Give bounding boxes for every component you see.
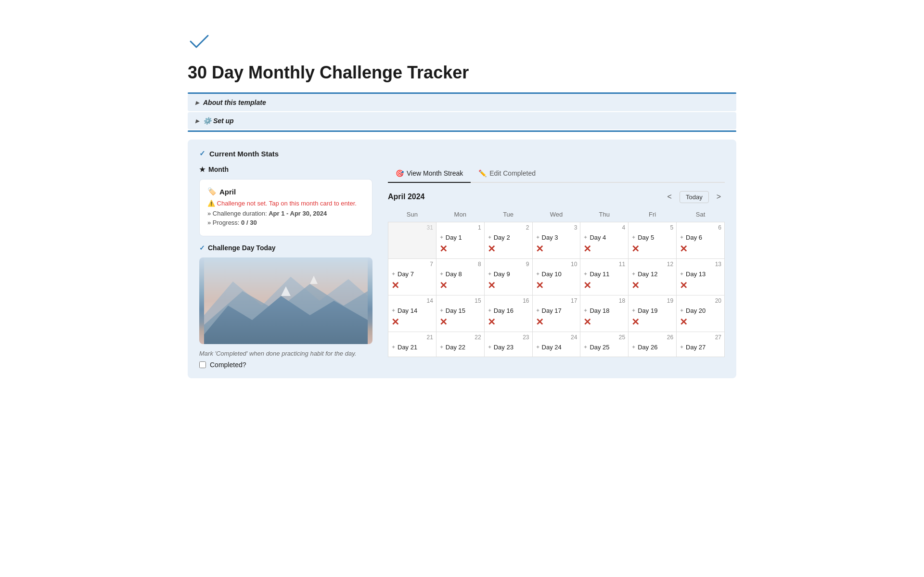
weekday-thu: Thu	[580, 209, 629, 222]
not-completed-icon: ✕	[583, 280, 625, 291]
day-label-text: Day 11	[590, 270, 609, 278]
calendar-cell[interactable]: 26✦Day 26	[629, 332, 677, 357]
not-completed-icon: ✕	[488, 280, 529, 291]
day-label-text: Day 4	[590, 234, 606, 241]
day-label-text: Day 24	[542, 344, 562, 351]
calendar-cell[interactable]: 17✦Day 17✕	[532, 295, 580, 332]
day-label-text: Day 7	[398, 270, 414, 278]
toggle-arrow-setup: ▶	[195, 118, 199, 124]
calendar-cell[interactable]: 4✦Day 4✕	[580, 222, 629, 259]
calendar-grid: Sun Mon Tue Wed Thu Fri Sat 311✦Day 1✕2✦…	[388, 209, 725, 357]
not-completed-icon: ✕	[439, 316, 481, 328]
calendar-cell[interactable]: 16✦Day 16✕	[484, 295, 532, 332]
weekday-tue: Tue	[484, 209, 532, 222]
day-label-text: Day 23	[494, 344, 513, 351]
not-completed-icon: ✕	[488, 316, 529, 328]
next-month-button[interactable]: >	[713, 191, 725, 203]
day-label-text: Day 21	[398, 344, 417, 351]
about-template-toggle[interactable]: ▶ About this template	[188, 94, 736, 111]
not-completed-icon: ✕	[391, 280, 433, 291]
day-label-text: Day 9	[494, 270, 510, 278]
not-completed-icon: ✕	[488, 243, 529, 255]
left-panel: ★ Month 🏷️ April ⚠️ Challenge not set. T…	[199, 166, 372, 369]
today-button[interactable]: Today	[680, 191, 709, 203]
setup-toggle[interactable]: ▶ ⚙️ Set up	[188, 112, 736, 129]
current-stats-section: ✓ Current Month Stats ★ Month 🏷️ April ⚠…	[188, 140, 736, 378]
day-label-text: Day 1	[446, 234, 462, 241]
calendar-cell[interactable]: 18✦Day 18✕	[580, 295, 629, 332]
day-label-text: Day 6	[686, 234, 702, 241]
not-completed-icon: ✕	[439, 280, 481, 291]
not-completed-icon: ✕	[536, 243, 578, 255]
day-label-text: Day 26	[638, 344, 657, 351]
tab-edit-completed[interactable]: ✏️ Edit Completed	[471, 166, 543, 183]
not-completed-icon: ✕	[439, 243, 481, 255]
progress-value: 0 / 30	[241, 219, 257, 226]
weekday-sun: Sun	[388, 209, 436, 222]
calendar-cell[interactable]: 25✦Day 25	[580, 332, 629, 357]
current-stats-header: ✓ Current Month Stats	[199, 149, 725, 158]
duration-row: » Challenge duration: Apr 1 - Apr 30, 20…	[207, 210, 364, 217]
stats-header-label: Current Month Stats	[209, 150, 279, 158]
weekday-mon: Mon	[436, 209, 484, 222]
calendar-cell[interactable]: 2✦Day 2✕	[484, 222, 532, 259]
month-field-label: Month	[208, 166, 229, 173]
not-completed-icon: ✕	[680, 316, 721, 328]
tab-view-month-streak[interactable]: 🎯 View Month Streak	[388, 166, 471, 183]
day-label-text: Day 19	[638, 307, 657, 314]
calendar-cell[interactable]: 6✦Day 6✕	[677, 222, 725, 259]
not-completed-icon: ✕	[680, 280, 721, 291]
image-caption: Mark 'Completed' when done practicing ha…	[199, 350, 372, 357]
about-template-label: About this template	[203, 99, 266, 106]
day-label-text: Day 5	[638, 234, 654, 241]
month-star-icon: ★	[199, 166, 205, 173]
calendar-cell[interactable]: 23✦Day 23	[484, 332, 532, 357]
challenge-day-label: ✓ Challenge Day Today	[199, 244, 372, 252]
calendar-month-title: April 2024	[388, 192, 424, 201]
calendar-cell[interactable]: 27✦Day 27	[677, 332, 725, 357]
calendar-cell[interactable]: 5✦Day 5✕	[629, 222, 677, 259]
page-icon	[188, 29, 736, 55]
day-label-text: Day 10	[542, 270, 562, 278]
weekday-wed: Wed	[532, 209, 580, 222]
calendar-cell[interactable]: 14✦Day 14✕	[388, 295, 436, 332]
calendar-cell[interactable]: 9✦Day 9✕	[484, 259, 532, 295]
day-label-text: Day 17	[542, 307, 562, 314]
day-label-text: Day 15	[446, 307, 465, 314]
calendar-cell[interactable]: 12✦Day 12✕	[629, 259, 677, 295]
day-label-text: Day 22	[446, 344, 465, 351]
calendar-cell[interactable]: 11✦Day 11✕	[580, 259, 629, 295]
calendar-cell[interactable]: 19✦Day 19✕	[629, 295, 677, 332]
day-label-text: Day 16	[494, 307, 513, 314]
page-title: 30 Day Monthly Challenge Tracker	[188, 63, 736, 83]
mountain-image	[199, 257, 372, 344]
not-completed-icon: ✕	[631, 243, 673, 255]
calendar-cell[interactable]: 15✦Day 15✕	[436, 295, 484, 332]
calendar-cell[interactable]: 24✦Day 24	[532, 332, 580, 357]
not-completed-icon: ✕	[631, 316, 673, 328]
calendar-cell[interactable]: 7✦Day 7✕	[388, 259, 436, 295]
day-label-text: Day 18	[590, 307, 609, 314]
prev-month-button[interactable]: <	[664, 191, 676, 203]
calendar-cell[interactable]: 1✦Day 1✕	[436, 222, 484, 259]
calendar-cell[interactable]: 22✦Day 22	[436, 332, 484, 357]
not-completed-icon: ✕	[583, 316, 625, 328]
not-completed-icon: ✕	[631, 280, 673, 291]
calendar-cell[interactable]: 31	[388, 222, 436, 259]
calendar-cell[interactable]: 10✦Day 10✕	[532, 259, 580, 295]
day-label-text: Day 14	[398, 307, 417, 314]
toggle-arrow-about: ▶	[195, 100, 199, 105]
calendar-header: April 2024 < Today >	[388, 191, 725, 203]
setup-label: ⚙️ Set up	[203, 117, 234, 125]
month-card[interactable]: 🏷️ April ⚠️ Challenge not set. Tap on th…	[199, 179, 372, 236]
completed-label: Completed?	[210, 361, 246, 369]
calendar-cell[interactable]: 13✦Day 13✕	[677, 259, 725, 295]
calendar-cell[interactable]: 8✦Day 8✕	[436, 259, 484, 295]
calendar-cell[interactable]: 20✦Day 20✕	[677, 295, 725, 332]
calendar-cell[interactable]: 21✦Day 21	[388, 332, 436, 357]
completed-checkbox-row[interactable]: Completed?	[199, 361, 372, 369]
right-panel: 🎯 View Month Streak ✏️ Edit Completed Ap…	[388, 166, 725, 357]
day-label-text: Day 13	[686, 270, 706, 278]
calendar-cell[interactable]: 3✦Day 3✕	[532, 222, 580, 259]
completed-checkbox[interactable]	[199, 361, 206, 368]
